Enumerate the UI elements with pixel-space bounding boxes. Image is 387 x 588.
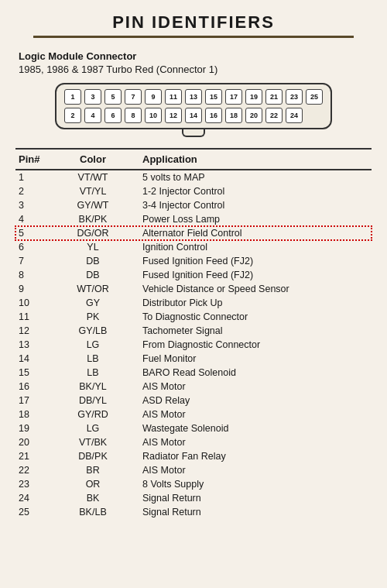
pin-application: Tachometer Signal: [139, 324, 372, 338]
pin-color: VT/WT: [46, 170, 139, 184]
pin-color: VT/BK: [46, 435, 139, 449]
pin-color: PK: [46, 310, 139, 324]
pin-color: GY: [46, 296, 139, 310]
pin-color: VT/YL: [46, 184, 139, 198]
pin-application: BARO Read Solenoid: [139, 366, 372, 380]
pin-number: 18: [15, 407, 46, 421]
pin-number: 25: [15, 505, 46, 519]
pin-color: DB: [46, 254, 139, 268]
pin-number: 4: [15, 212, 46, 226]
pin-application: ASD Relay: [139, 394, 372, 407]
pin-color: LG: [46, 421, 139, 435]
pin-application: AIS Motor: [139, 435, 372, 449]
table-row: 21DB/PKRadiator Fan Relay: [15, 449, 372, 463]
pin-color: LG: [46, 338, 139, 352]
pin-number: 22: [15, 463, 46, 477]
table-row: 17DB/YLASD Relay: [15, 394, 372, 407]
pin-number: 24: [15, 491, 46, 505]
table-row: 14LBFuel Monitor: [15, 352, 372, 366]
pin-cell: 16: [205, 108, 222, 123]
pin-cell: 13: [185, 89, 202, 105]
pin-color: DB/YL: [46, 394, 139, 407]
pin-cell: 21: [265, 89, 283, 105]
pin-application: 8 Volts Supply: [139, 477, 372, 491]
table-row: 22BRAIS Motor: [15, 463, 372, 477]
pin-cell: 25: [306, 89, 323, 105]
table-row: 1VT/WT5 volts to MAP: [15, 170, 372, 184]
pin-number: 23: [15, 477, 46, 491]
connector-diagram: 135791113151719212325 246810121416182022…: [15, 83, 372, 137]
pin-color: BK/PK: [46, 212, 139, 226]
table-row: 11PKTo Diagnostic Connector: [15, 310, 372, 324]
pin-application: From Diagnostic Connector: [139, 338, 372, 352]
pin-number: 19: [15, 421, 46, 435]
pin-number: 8: [15, 268, 46, 282]
pin-number: 9: [15, 282, 46, 296]
pin-application: Fused Ignition Feed (FJ2): [139, 254, 372, 268]
pin-color: GY/RD: [46, 407, 139, 421]
table-row: 12GY/LBTachometer Signal: [15, 324, 372, 338]
pin-number: 14: [15, 352, 46, 366]
table-row: 8DBFused Ignition Feed (FJ2): [15, 268, 372, 282]
pin-application: AIS Motor: [139, 407, 372, 421]
pin-cell: 3: [84, 89, 101, 105]
pin-number: 11: [15, 310, 46, 324]
pin-number: 5: [15, 226, 46, 240]
pin-number: 15: [15, 366, 46, 380]
table-row: 2VT/YL1-2 Injector Control: [15, 184, 372, 198]
pin-color: BK: [46, 491, 139, 505]
pin-application: 1-2 Injector Control: [139, 184, 372, 198]
pin-application: Alternator Field Control: [139, 226, 372, 240]
pin-cell: 1: [64, 89, 81, 105]
pin-cell: 8: [125, 108, 142, 123]
pin-color: WT/OR: [46, 282, 139, 296]
table-row: 3GY/WT3-4 Injector Control: [15, 198, 372, 212]
table-row: 5DG/ORAlternator Field Control: [15, 226, 372, 240]
pin-color: DB/PK: [46, 449, 139, 463]
pin-application: AIS Motor: [139, 463, 372, 477]
connector-subtitle: 1985, 1986 & 1987 Turbo Red (Connector 1…: [19, 64, 372, 75]
pin-number: 20: [15, 435, 46, 449]
pin-application: To Diagnostic Connector: [139, 310, 372, 324]
pin-color: DB: [46, 268, 139, 282]
pin-cell: 15: [205, 89, 222, 105]
pin-color: BR: [46, 463, 139, 477]
pin-cell: 6: [104, 108, 122, 123]
pin-cell: 9: [145, 89, 162, 105]
pin-cell: 12: [165, 108, 182, 123]
connector-title: Logic Module Connector: [19, 50, 372, 62]
pin-cell: 14: [185, 108, 202, 123]
pin-number: 16: [15, 380, 46, 394]
pin-table: Pin# Color Application 1VT/WT5 volts to …: [15, 148, 372, 519]
table-row: 9WT/ORVehicle Distance or Speed Sensor: [15, 282, 372, 296]
pin-cell: 18: [225, 108, 242, 123]
pin-cell: 20: [245, 108, 262, 123]
pin-color: BK/LB: [46, 505, 139, 519]
connector-tab: [182, 129, 205, 137]
pin-cell: 22: [265, 108, 283, 123]
table-row: 7DBFused Ignition Feed (FJ2): [15, 254, 372, 268]
col-pin: Pin#: [15, 149, 46, 170]
table-row: 13LGFrom Diagnostic Connector: [15, 338, 372, 352]
pin-cell: 2: [64, 108, 81, 123]
table-row: 10GYDistributor Pick Up: [15, 296, 372, 310]
pin-application: Fused Ignition Feed (FJ2): [139, 268, 372, 282]
pin-color: GY/LB: [46, 324, 139, 338]
pin-application: Ignition Control: [139, 240, 372, 254]
pin-cell: 11: [165, 89, 182, 105]
pin-color: YL: [46, 240, 139, 254]
pin-number: 10: [15, 296, 46, 310]
pin-application: Distributor Pick Up: [139, 296, 372, 310]
pin-number: 7: [15, 254, 46, 268]
pin-color: OR: [46, 477, 139, 491]
pin-number: 2: [15, 184, 46, 198]
pin-cell: 10: [145, 108, 162, 123]
pin-application: Radiator Fan Relay: [139, 449, 372, 463]
pin-cell: 7: [125, 89, 142, 105]
pin-number: 13: [15, 338, 46, 352]
col-application: Application: [139, 149, 372, 170]
pin-color: GY/WT: [46, 198, 139, 212]
pin-cell: 5: [104, 89, 122, 105]
title-underline: [33, 36, 354, 38]
pin-cell: 17: [225, 89, 242, 105]
